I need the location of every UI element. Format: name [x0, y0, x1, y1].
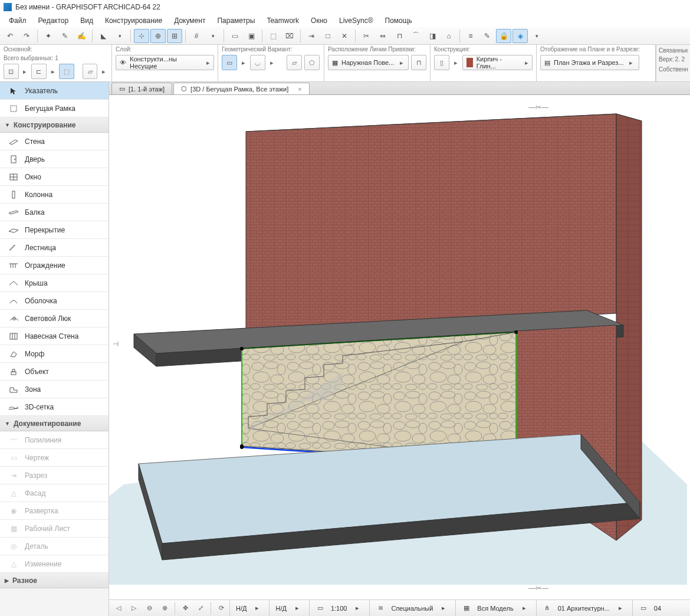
layer-dropdown[interactable]: 👁 Конструкти...ны Несущие ▸ — [116, 55, 214, 70]
snap3-button[interactable]: ⊞ — [167, 29, 182, 43]
special-dd[interactable]: ▸ — [436, 602, 451, 615]
scissor-button[interactable]: ✂ — [359, 29, 374, 43]
model[interactable]: Вся Модель — [475, 605, 515, 612]
tool-mesh[interactable]: 3D-сетка — [0, 398, 109, 416]
tool-skylight[interactable]: Световой Люк — [0, 310, 109, 327]
show3d-button[interactable]: ◈ — [512, 29, 528, 43]
paste-button[interactable]: ⌧ — [282, 29, 297, 43]
menu-help[interactable]: Помощь — [380, 15, 418, 26]
zoom-out[interactable]: ⊖ — [142, 602, 156, 615]
tool-wall[interactable]: Стена — [0, 133, 109, 150]
menu-editor[interactable]: Редактор — [33, 15, 74, 26]
tab-3d[interactable]: ⬡[3D / Бегущая Рамка, Все этажи]× — [173, 83, 310, 94]
refline-dropdown[interactable]: ▦ Наружная Пове... ▸ — [328, 55, 409, 70]
sel-dd2[interactable]: ▸ — [49, 64, 57, 79]
menu-options[interactable]: Параметры — [212, 15, 260, 26]
group-button[interactable]: ▭ — [227, 29, 242, 43]
scale[interactable]: 1:100 — [328, 605, 350, 612]
display-dropdown[interactable]: ▤ План Этажа и Разрез... ▸ — [540, 55, 639, 70]
tool-a[interactable]: ⇥ — [304, 29, 319, 43]
redo-button[interactable]: ↷ — [19, 29, 34, 43]
constr-dd[interactable]: ▸ — [452, 55, 460, 70]
constr-basic[interactable]: ▯ — [434, 55, 449, 70]
sel-marquee-button[interactable]: ⬚ — [59, 64, 74, 79]
ruler-button[interactable]: ◣ — [96, 29, 111, 43]
num[interactable]: 04 — [652, 605, 663, 612]
pan[interactable]: ✥ — [178, 602, 192, 615]
tool-door[interactable]: Дверь — [0, 150, 109, 168]
construction-dropdown[interactable]: Кирпич - Глин... ▸ — [462, 55, 533, 70]
tool-drawing[interactable]: ▭Чертеж — [0, 449, 109, 467]
undo-button[interactable]: ↶ — [2, 29, 18, 43]
tool-worksheet[interactable]: ▦Рабочий Лист — [0, 520, 109, 538]
tool-shell[interactable]: Оболочка — [0, 292, 109, 310]
wall-dd[interactable]: ▸ — [100, 64, 108, 79]
snap2-button[interactable]: ⊕ — [150, 29, 166, 43]
resize-button[interactable]: ◨ — [425, 29, 440, 43]
tab-floorplan[interactable]: ▭[1. 1-й этаж] — [111, 83, 172, 94]
scale-dd[interactable]: ▸ — [350, 602, 364, 615]
geom-dd2[interactable]: ▸ — [268, 55, 276, 70]
group-misc[interactable]: ▶Разное — [0, 573, 109, 588]
tool-stair[interactable]: Лестница — [0, 239, 109, 257]
geom-straight[interactable]: ▭ — [222, 55, 237, 70]
tool-pointer[interactable]: Указатель — [0, 82, 109, 100]
orbit[interactable]: ⟳ — [214, 602, 228, 615]
adjust-button[interactable]: ⇔ — [375, 29, 390, 43]
tool-elevation[interactable]: △Фасад — [0, 484, 109, 502]
tool-window[interactable]: Окно — [0, 168, 109, 186]
cut-button[interactable]: ⬚ — [265, 29, 281, 43]
model-dd[interactable]: ▸ — [517, 602, 531, 615]
menu-teamwork[interactable]: Teamwork — [261, 15, 304, 26]
snap1-button[interactable]: ⊹ — [134, 29, 149, 43]
trim-button[interactable]: ⊓ — [392, 29, 407, 43]
geom-dd[interactable]: ▸ — [239, 55, 248, 70]
menu-window[interactable]: Окно — [305, 15, 333, 26]
arch-dd[interactable]: ▸ — [613, 602, 627, 615]
tool-morph[interactable]: Морф — [0, 345, 109, 363]
3d-viewport[interactable]: —✂— ⊣ — [109, 95, 690, 599]
tool-railing[interactable]: Ограждение — [0, 257, 109, 274]
nav-back[interactable]: ◁ — [111, 602, 126, 615]
measure-button[interactable]: ✍ — [74, 29, 89, 43]
tool-section[interactable]: ⇥Разрез — [0, 467, 109, 484]
sel-b2[interactable]: ⊏ — [31, 64, 47, 79]
inject-button[interactable]: ✎ — [57, 29, 73, 43]
tool-change[interactable]: △Изменение — [0, 555, 109, 573]
tool-detail[interactable]: ◎Деталь — [0, 538, 109, 555]
wall-icon-button[interactable]: ▱ — [83, 64, 98, 79]
tool-marquee[interactable]: Бегущая Рамка — [0, 100, 109, 117]
suspend-button[interactable]: ▣ — [244, 29, 259, 43]
menu-design[interactable]: Конструирование — [100, 15, 167, 26]
tool-slab[interactable]: Перекрытие — [0, 221, 109, 239]
na2-dd[interactable]: ▸ — [290, 602, 304, 615]
tool-polyline[interactable]: 〰Полилиния — [0, 431, 109, 449]
na1-dd[interactable]: ▸ — [250, 602, 264, 615]
geom-curved[interactable]: ◡ — [250, 55, 265, 70]
menu-view[interactable]: Вид — [75, 15, 98, 26]
tool-beam[interactable]: Балка — [0, 204, 109, 221]
geom-poly[interactable]: ⬠ — [304, 55, 320, 70]
tool-c[interactable]: ✕ — [337, 29, 352, 43]
tool-curtainwall[interactable]: Навесная Стена — [0, 327, 109, 345]
grid-button[interactable]: # — [189, 29, 204, 43]
tool-column[interactable]: Колонна — [0, 186, 109, 204]
menu-document[interactable]: Документ — [169, 15, 211, 26]
geom-trap[interactable]: ▱ — [287, 55, 302, 70]
menu-file[interactable]: Файл — [4, 15, 32, 26]
home-button[interactable]: ⌂ — [441, 29, 456, 43]
pick-button[interactable]: ✦ — [41, 29, 56, 43]
lock-button[interactable]: 🔒 — [496, 29, 511, 43]
tool-object[interactable]: Объект — [0, 363, 109, 381]
special[interactable]: Специальный — [389, 605, 435, 612]
refline-flip[interactable]: ⊓ — [411, 55, 426, 70]
tool-zone[interactable]: Зона — [0, 381, 109, 398]
sel-dd[interactable]: ▸ — [21, 64, 29, 79]
align2-button[interactable]: ✎ — [479, 29, 495, 43]
tool-interior[interactable]: ◉Развертка — [0, 502, 109, 520]
fillet-button[interactable]: ⌒ — [408, 29, 423, 43]
tool-b[interactable]: □ — [320, 29, 336, 43]
sel-all-button[interactable]: ⊡ — [4, 64, 19, 79]
nav-fwd[interactable]: ▷ — [127, 602, 141, 615]
align1-button[interactable]: ≡ — [463, 29, 478, 43]
